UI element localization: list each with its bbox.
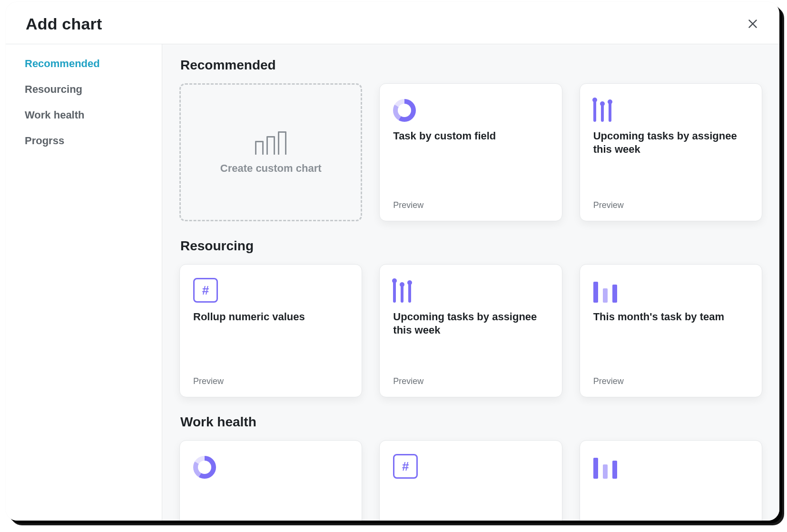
- modal-title: Add chart: [26, 15, 102, 33]
- section-title-work-health: Work health: [180, 414, 762, 430]
- card-title: This month's task by team: [593, 310, 748, 324]
- create-custom-chart-label: Create custom chart: [220, 162, 322, 175]
- card-title: Upcoming tasks by assignee this week: [393, 310, 548, 336]
- lollipop-chart-icon: [593, 96, 748, 122]
- sidebar-nav: Recommended Resourcing Work health Progr…: [25, 58, 156, 147]
- lollipop-chart-icon: [393, 277, 548, 303]
- card-work-health-1[interactable]: [179, 440, 362, 521]
- card-task-by-custom-field[interactable]: Task by custom field Preview: [379, 83, 562, 221]
- preview-link[interactable]: Preview: [593, 376, 748, 386]
- content: Recommended Create custom chart Task by …: [162, 44, 779, 521]
- section-title-recommended: Recommended: [180, 58, 762, 73]
- number-icon: [393, 453, 548, 479]
- card-upcoming-tasks-assignee[interactable]: Upcoming tasks by assignee this week Pre…: [580, 83, 762, 221]
- close-button[interactable]: [743, 14, 762, 33]
- close-icon: [747, 18, 759, 30]
- number-icon: [193, 277, 348, 303]
- bar-outline-icon: [255, 132, 286, 155]
- section-work-health: Work health: [179, 414, 762, 521]
- grid-resourcing: Rollup numeric values Preview: [179, 264, 762, 397]
- sidebar-item-resourcing[interactable]: Resourcing: [25, 83, 156, 96]
- add-chart-modal: Add chart Recommended Resourcing Work he…: [6, 2, 779, 521]
- donut-chart-icon: [393, 96, 548, 122]
- grid-recommended: Create custom chart Task by custom field…: [179, 83, 762, 221]
- bar-chart-icon: [593, 277, 748, 303]
- preview-link[interactable]: Preview: [393, 376, 548, 386]
- card-title: Upcoming tasks by assignee this week: [593, 129, 748, 156]
- bar-chart-icon: [593, 453, 748, 479]
- sidebar-item-work-health[interactable]: Work health: [25, 109, 156, 121]
- preview-link[interactable]: Preview: [593, 200, 748, 210]
- card-title: Rollup numeric values: [193, 310, 348, 324]
- create-custom-chart-card[interactable]: Create custom chart: [179, 83, 362, 221]
- card-work-health-3[interactable]: [580, 440, 762, 521]
- card-rollup-numeric[interactable]: Rollup numeric values Preview: [179, 264, 362, 397]
- card-work-health-2[interactable]: [379, 440, 562, 521]
- sidebar-item-recommended[interactable]: Recommended: [25, 58, 156, 70]
- sidebar: Recommended Resourcing Work health Progr…: [6, 44, 162, 521]
- donut-chart-icon: [193, 453, 348, 479]
- modal-header: Add chart: [6, 2, 779, 44]
- card-title: Task by custom field: [393, 129, 548, 143]
- sidebar-item-progress[interactable]: Progrss: [25, 135, 156, 147]
- section-recommended: Recommended Create custom chart Task by …: [179, 58, 762, 221]
- preview-link[interactable]: Preview: [193, 376, 348, 386]
- card-upcoming-tasks-assignee-2[interactable]: Upcoming tasks by assignee this week Pre…: [379, 264, 562, 397]
- section-title-resourcing: Resourcing: [180, 238, 762, 254]
- preview-link[interactable]: Preview: [393, 200, 548, 210]
- grid-work-health: [179, 440, 762, 521]
- section-resourcing: Resourcing Rollup numeric values Preview: [179, 238, 762, 397]
- card-month-task-team[interactable]: This month's task by team Preview: [580, 264, 762, 397]
- modal-body: Recommended Resourcing Work health Progr…: [6, 44, 779, 521]
